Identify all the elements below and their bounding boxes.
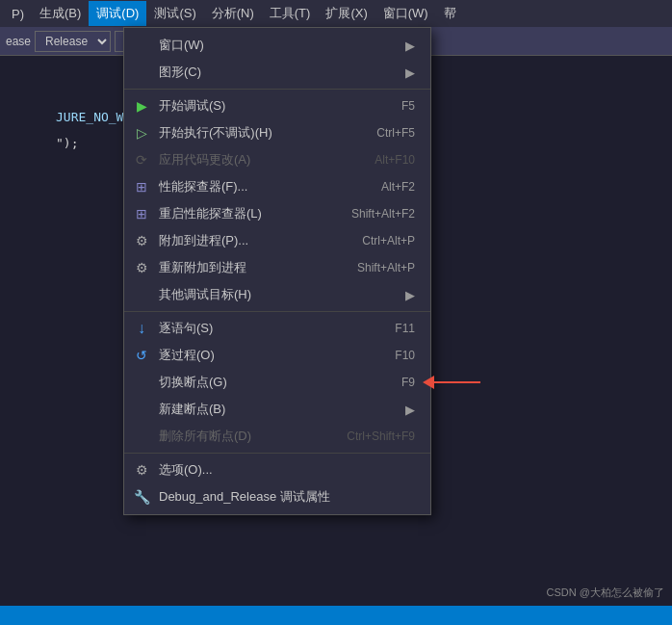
options-icon: ⚙ [132, 462, 151, 478]
config-dropdown[interactable]: Release [35, 31, 111, 52]
menubar-item-debug[interactable]: 调试(D) [89, 1, 146, 26]
menu-item-start-nodebug[interactable]: ▷ 开始执行(不调试)(H) Ctrl+F5 [124, 119, 430, 146]
statusbar [0, 606, 672, 625]
menubar-item-analyze[interactable]: 分析(N) [204, 1, 262, 26]
start-nodebug-icon: ▷ [132, 125, 151, 141]
menubar-item-tools[interactable]: 工具(T) [262, 1, 319, 26]
menu-item-debug-props[interactable]: 🔧 Debug_and_Release 调试属性 [124, 483, 430, 510]
arrow-icon-2: ▶ [386, 65, 415, 80]
menu-item-reattach-process[interactable]: ⚙ 重新附加到进程 Shift+Alt+P [124, 254, 430, 281]
menubar-item-extensions[interactable]: 扩展(X) [318, 1, 375, 26]
menu-item-step-into[interactable]: ↓ 逐语句(S) F11 [124, 315, 430, 342]
red-arrow-annotation [423, 376, 480, 389]
separator-2 [124, 311, 430, 312]
watermark-text: CSDN @大柏怎么被偷了 [547, 586, 664, 600]
new-breakpoint-arrow: ▶ [386, 403, 415, 417]
other-targets-arrow: ▶ [386, 288, 415, 302]
debug-props-icon: 🔧 [132, 489, 151, 505]
start-debug-icon: ▶ [132, 98, 151, 114]
menu-item-apply-changes: ⟳ 应用代码更改(A) Alt+F10 [124, 146, 430, 173]
menu-item-other-targets[interactable]: 其他调试目标(H) ▶ [124, 281, 430, 308]
menubar-item-p[interactable]: P) [4, 3, 32, 25]
menu-item-options[interactable]: ⚙ 选项(O)... [124, 456, 430, 483]
apply-changes-icon: ⟳ [132, 152, 151, 168]
menu-item-attach-process[interactable]: ⚙ 附加到进程(P)... Ctrl+Alt+P [124, 227, 430, 254]
menubar: P) 生成(B) 调试(D) 测试(S) 分析(N) 工具(T) 扩展(X) 窗… [0, 0, 672, 27]
menubar-item-build[interactable]: 生成(B) [32, 1, 89, 26]
menu-item-start-debug[interactable]: ▶ 开始调试(S) F5 [124, 92, 430, 119]
menu-item-toggle-breakpoint[interactable]: 切换断点(G) F9 [124, 369, 430, 396]
step-over-icon: ↺ [132, 348, 151, 363]
menu-item-perf-profiler[interactable]: ⊞ 性能探查器(F)... Alt+F2 [124, 173, 430, 200]
perf-profiler-icon: ⊞ [132, 179, 151, 195]
menubar-item-test[interactable]: 测试(S) [146, 1, 203, 26]
arrow-icon: ▶ [386, 39, 415, 53]
menu-item-delete-all-breakpoints: 删除所有断点(D) Ctrl+Shift+F9 [124, 423, 430, 450]
menu-item-restart-profiler[interactable]: ⊞ 重启性能探查器(L) Shift+Alt+F2 [124, 200, 430, 227]
release-label: ease [6, 35, 31, 48]
separator-1 [124, 89, 430, 90]
separator-3 [124, 453, 430, 454]
menu-item-step-over[interactable]: ↺ 逐过程(O) F10 [124, 342, 430, 369]
menubar-item-help[interactable]: 帮 [436, 1, 464, 26]
step-into-icon: ↓ [132, 320, 151, 337]
menu-item-graphics[interactable]: 图形(C) ▶ [124, 59, 430, 86]
restart-profiler-icon: ⊞ [132, 206, 151, 221]
menu-item-new-breakpoint[interactable]: 新建断点(B) ▶ [124, 396, 430, 423]
menu-item-window[interactable]: 窗口(W) ▶ [124, 32, 430, 59]
reattach-process-icon: ⚙ [132, 260, 151, 275]
debug-dropdown-menu: 窗口(W) ▶ 图形(C) ▶ ▶ 开始调试(S) F5 ▷ 开始执行(不调试)… [123, 27, 431, 515]
menubar-item-window[interactable]: 窗口(W) [375, 1, 436, 26]
attach-process-icon: ⚙ [132, 233, 151, 248]
